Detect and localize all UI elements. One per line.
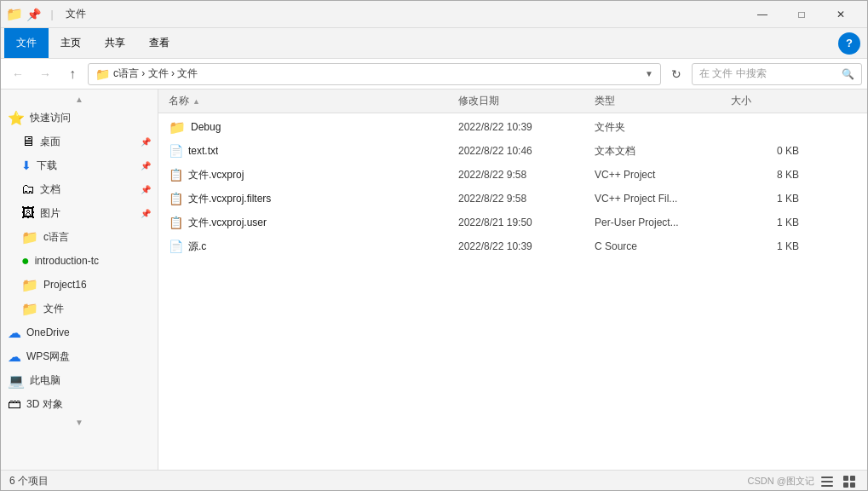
column-headers: 名称 ▲ 修改日期 类型 大小 [158,90,867,113]
help-button[interactable]: ? [838,32,860,55]
forward-button[interactable]: → [33,62,57,86]
grid-view-button[interactable] [840,472,859,491]
file-type-user: Per-User Project... [595,217,731,228]
sidebar-item-pics[interactable]: 🖼 图片 📌 [1,201,158,225]
csource-icon: 📄 [169,240,183,253]
sidebar-label-intro: introduction-tc [35,255,99,267]
tab-view[interactable]: 查看 [137,28,181,58]
sidebar-scroll-down[interactable]: ▼ [1,416,158,429]
sidebar-item-3d[interactable]: 🗃 3D 对象 [1,392,158,416]
address-bar[interactable]: 📁 c语言 › 文件 › 文件 ▼ [88,63,661,85]
file-name-user: 📋 文件.vcxproj.user [169,216,458,230]
table-row[interactable]: 📄 源.c 2022/8/22 10:39 C Source 1 KB [158,234,867,258]
svg-rect-0 [821,477,833,478]
file-name-filters: 📋 文件.vcxproj.filters [169,192,458,206]
sidebar-scroll-up[interactable]: ▲ [1,93,158,106]
file-type-texttxt: 文本文档 [595,144,731,159]
col-header-name[interactable]: 名称 ▲ [169,94,458,108]
file-size-csource: 1 KB [731,240,799,252]
sidebar-item-onedrive[interactable]: ☁ OneDrive [1,321,158,344]
clang-icon: 📁 [21,229,38,246]
title-bar: 📁 📌 | 文件 — □ ✕ [1,1,867,28]
col-header-type[interactable]: 类型 [595,94,731,108]
sidebar-item-wenjian[interactable]: 📁 文件 [1,297,158,321]
sidebar-item-quickaccess[interactable]: ⭐ 快速访问 [1,106,158,130]
table-row[interactable]: 📋 文件.vcxproj.filters 2022/8/22 9:58 VC++… [158,187,867,211]
svg-rect-1 [821,481,833,482]
item-count: 6 个项目 [9,474,49,488]
svg-rect-3 [843,476,848,481]
back-button[interactable]: ← [6,62,30,86]
tab-share[interactable]: 共享 [93,28,137,58]
sort-arrow-name: ▲ [193,97,200,106]
address-dropdown-icon[interactable]: ▼ [645,69,653,78]
quickaccess-icon: ⭐ [8,110,25,126]
file-name-vcxproj: 📋 文件.vcxproj [169,168,458,182]
title-separator: | [45,8,59,21]
sidebar-label-thispc: 此电脑 [30,373,60,388]
file-size-user: 1 KB [731,217,799,228]
threed-icon: 🗃 [8,396,21,412]
file-type-debug: 文件夹 [595,120,731,135]
sidebar-item-clang[interactable]: 📁 c语言 [1,225,158,249]
file-date-filters: 2022/8/22 9:58 [458,193,595,205]
table-row[interactable]: 📋 文件.vcxproj.user 2022/8/21 19:50 Per-Us… [158,211,867,234]
file-date-user: 2022/8/21 19:50 [458,217,595,228]
table-row[interactable]: 📄 text.txt 2022/8/22 10:46 文本文档 0 KB [158,139,867,163]
sidebar-label-quickaccess: 快速访问 [30,111,71,125]
sidebar: ▲ ⭐ 快速访问 🖥 桌面 📌 ⬇ 下载 📌 🗂 文档 📌 🖼 图片 📌 📁 c [1,90,158,470]
user-icon: 📋 [169,216,183,229]
docs-pin-icon: 📌 [141,185,151,194]
table-row[interactable]: 📋 文件.vcxproj 2022/8/22 9:58 VC++ Project… [158,163,867,187]
col-header-date[interactable]: 修改日期 [458,94,595,108]
sidebar-label-wps: WPS网盘 [26,349,70,364]
file-type-csource: C Source [595,240,731,252]
maximize-button[interactable]: □ [782,1,821,28]
file-name-csource: 📄 源.c [169,240,458,254]
sidebar-item-desktop[interactable]: 🖥 桌面 📌 [1,130,158,153]
onedrive-icon: ☁ [8,325,21,341]
window-controls: — □ ✕ [743,1,860,28]
up-button[interactable]: ↑ [60,62,84,86]
sidebar-item-docs[interactable]: 🗂 文档 📌 [1,177,158,201]
file-date-vcxproj: 2022/8/22 9:58 [458,169,595,181]
tab-file[interactable]: 文件 [4,28,49,58]
list-view-button[interactable] [818,472,836,491]
search-icon: 🔍 [842,68,854,80]
desktop-icon: 🖥 [21,134,35,149]
thispc-icon: 💻 [8,373,25,389]
downloads-pin-icon: 📌 [141,161,151,170]
main-area: ▲ ⭐ 快速访问 🖥 桌面 📌 ⬇ 下载 📌 🗂 文档 📌 🖼 图片 📌 📁 c [1,90,867,470]
watermark-text: CSDN @图文记 [748,475,814,488]
file-type-filters: VC++ Project Fil... [595,193,731,205]
close-button[interactable]: ✕ [821,1,860,28]
file-name-texttxt: 📄 text.txt [169,144,458,158]
refresh-button[interactable]: ↻ [664,62,688,86]
svg-rect-4 [850,476,855,481]
tab-home[interactable]: 主页 [49,28,93,58]
txt-icon: 📄 [169,144,183,158]
status-bar: 6 个项目 CSDN @图文记 [1,470,867,491]
sidebar-item-proj16[interactable]: 📁 Project16 [1,273,158,297]
sidebar-label-onedrive: OneDrive [26,326,70,338]
downloads-icon: ⬇ [21,159,32,172]
address-row: ← → ↑ 📁 c语言 › 文件 › 文件 ▼ ↻ 在 文件 中搜索 🔍 [1,59,867,90]
minimize-button[interactable]: — [743,1,782,28]
search-bar[interactable]: 在 文件 中搜索 🔍 [692,63,862,85]
sidebar-item-downloads[interactable]: ⬇ 下载 📌 [1,153,158,177]
desktop-pin-icon: 📌 [141,137,151,147]
file-name-debug: 📁 Debug [169,119,458,136]
file-type-vcxproj: VC++ Project [595,169,731,181]
col-header-size[interactable]: 大小 [731,94,799,108]
intro-icon: ● [21,253,30,269]
sidebar-label-3d: 3D 对象 [26,397,63,412]
ribbon: 文件 主页 共享 查看 ? [1,28,867,59]
sidebar-label-docs: 文档 [40,182,60,197]
title-pin-icon: 📌 [26,8,40,21]
table-row[interactable]: 📁 Debug 2022/8/22 10:39 文件夹 [158,115,867,139]
sidebar-item-wps[interactable]: ☁ WPS网盘 [1,344,158,368]
sidebar-item-thispc[interactable]: 💻 此电脑 [1,368,158,392]
pics-pin-icon: 📌 [141,209,151,218]
sidebar-label-wenjian: 文件 [43,302,64,316]
sidebar-item-intro[interactable]: ● introduction-tc [1,249,158,273]
